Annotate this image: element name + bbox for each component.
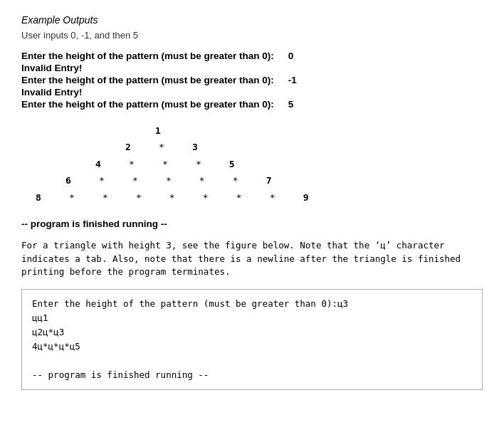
triangle-row-2: 2 * 3 (36, 139, 483, 155)
prompt-text-3: Enter the height of the pattern (must be… (21, 99, 274, 110)
prompt-value-3: 5 (288, 99, 294, 110)
prompt-block: Enter the height of the pattern (must be… (21, 51, 483, 110)
invalid-1: Invalid Entry! (21, 63, 483, 73)
subtitle: User inputs 0, -1, and then 5 (21, 30, 483, 41)
prompt-line-3: Enter the height of the pattern (must be… (21, 99, 483, 110)
section-title: Example Outputs (21, 14, 483, 26)
code-line-5 (32, 354, 472, 368)
triangle-row-3: 4 * * * 5 (36, 156, 483, 172)
code-line-6: -- program is finished running -- (32, 368, 472, 382)
prompt-line-1: Enter the height of the pattern (must be… (21, 51, 483, 61)
triangle-row-4: 6 * * * * * 7 (36, 172, 483, 189)
prompt-text-1: Enter the height of the pattern (must be… (21, 51, 274, 61)
prompt-value-2: -1 (288, 75, 297, 85)
triangle-diagram: 1 2 * 3 4 * * * 5 6 * * * * * 7 8 * * * … (36, 122, 483, 206)
code-line-1: Enter the height of the pattern (must be… (32, 297, 472, 311)
triangle-row-1: 1 (36, 122, 483, 139)
code-line-3: ц2ц*ц3 (32, 325, 472, 340)
code-line-2: цц1 (32, 311, 472, 325)
invalid-2: Invalid Entry! (21, 87, 483, 98)
finished-line: -- program is finished running -- (21, 219, 483, 229)
prompt-text-2: Enter the height of the pattern (must be… (21, 75, 274, 85)
prompt-value-1: 0 (288, 51, 294, 61)
code-box: Enter the height of the pattern (must be… (21, 289, 483, 390)
triangle-row-5: 8 * * * * * * * 9 (36, 189, 483, 206)
prompt-line-2: Enter the height of the pattern (must be… (21, 75, 483, 85)
code-line-4: 4ц*ц*ц*ц5 (32, 340, 472, 354)
description: For a triangle with height 3, see the fi… (21, 239, 483, 279)
